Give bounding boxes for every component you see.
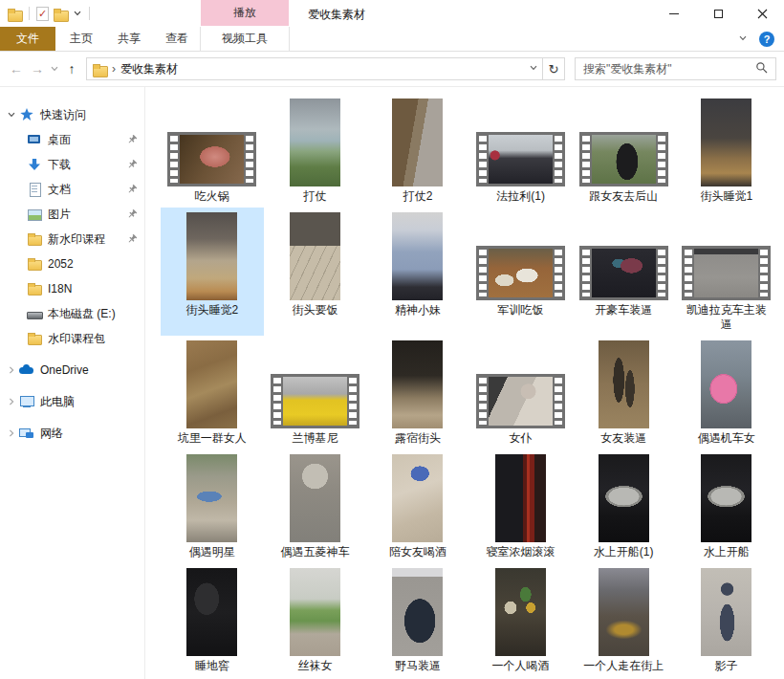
file-item[interactable]: 偶遇机车女 [675, 336, 778, 449]
address-dropdown-chevron-icon[interactable] [529, 62, 538, 76]
file-item[interactable]: 兰博基尼 [264, 336, 367, 449]
file-item[interactable]: 坑里一群女人 [161, 336, 264, 449]
navigation-toolbar: 爱收集素材 搜索"爱收集素材" [0, 52, 784, 87]
file-item[interactable]: 影子 [675, 563, 778, 677]
refresh-button[interactable] [542, 57, 565, 80]
recent-locations-chevron-icon[interactable] [48, 58, 61, 79]
maximize-button[interactable] [696, 0, 740, 27]
video-thumbnail [167, 98, 256, 186]
file-item[interactable]: 野马装逼 [366, 563, 469, 677]
file-item[interactable]: 水上开船 [675, 449, 778, 563]
file-item[interactable]: 吃火锅 [161, 94, 264, 208]
file-item[interactable]: 女友装逼 [572, 336, 675, 449]
documents-icon [27, 182, 42, 197]
file-item[interactable]: 女仆 [469, 336, 573, 449]
properties-check-icon[interactable] [36, 7, 49, 21]
file-item[interactable]: 军训吃饭 [469, 208, 573, 336]
sidebar-item-label: 新水印课程 [48, 231, 105, 248]
sidebar-item-this-pc[interactable]: 此电脑 [0, 389, 144, 414]
pin-icon[interactable] [127, 135, 138, 145]
sidebar-item-2052[interactable]: 2052 [0, 252, 144, 276]
thumbnail-image [186, 454, 237, 542]
sidebar-item-i18n[interactable]: I18N [0, 276, 144, 301]
file-item[interactable]: 打仗 [264, 94, 367, 208]
back-button[interactable] [6, 58, 27, 79]
filmstrip-holes [760, 250, 768, 296]
file-item[interactable]: 睡地窖 [161, 563, 264, 677]
chevron-right-icon[interactable] [4, 428, 19, 438]
pin-icon[interactable] [127, 234, 138, 245]
thumbnail-image [599, 340, 649, 428]
file-item[interactable]: 凯迪拉克车主装逼 [675, 208, 778, 336]
tab-video-tools[interactable]: 视频工具 [200, 27, 290, 52]
filmstrip-holes [582, 250, 590, 296]
file-item[interactable]: 街头睡觉1 [675, 94, 778, 208]
sidebar-item-downloads[interactable]: 下载 [0, 152, 144, 177]
ribbon-collapse-chevron-icon[interactable] [738, 33, 748, 46]
thumbnail-image [701, 568, 751, 656]
tab-home[interactable]: 主页 [59, 27, 103, 51]
chevron-right-icon[interactable] [4, 397, 19, 406]
filmstrip-holes [582, 136, 590, 183]
chevron-right-icon[interactable] [4, 365, 19, 375]
thumbnail-image [599, 568, 649, 656]
tab-view[interactable]: 查看 [155, 27, 199, 51]
file-item[interactable]: 寝室浓烟滚滚 [469, 449, 573, 563]
file-item[interactable]: 法拉利(1) [469, 94, 573, 208]
video-thumbnail [495, 567, 546, 656]
address-bar[interactable]: 爱收集素材 [86, 57, 543, 80]
thumbnail-image [283, 377, 347, 426]
pin-icon[interactable] [127, 160, 138, 170]
close-button[interactable] [740, 0, 784, 27]
file-name: 街头睡觉1 [700, 189, 752, 204]
minimize-button[interactable] [652, 0, 696, 27]
drive-icon [27, 306, 42, 321]
video-thumbnail [290, 567, 340, 656]
file-item[interactable]: 水上开船(1) [572, 449, 675, 563]
tab-file[interactable]: 文件 [0, 27, 55, 51]
sidebar-item-network[interactable]: 网络 [0, 421, 144, 446]
breadcrumb[interactable]: 爱收集素材 [120, 61, 178, 77]
file-item[interactable]: 跟女友去后山 [572, 94, 675, 208]
contextual-group-play[interactable]: 播放 [201, 0, 289, 26]
sidebar-item-watermark-pack[interactable]: 水印课程包 [0, 326, 144, 351]
help-icon[interactable] [759, 32, 774, 47]
file-item[interactable]: 偶遇五菱神车 [264, 449, 367, 563]
qat-chevron-down-icon[interactable] [73, 9, 82, 18]
video-thumbnail [599, 453, 649, 542]
search-input[interactable]: 搜索"爱收集素材" [575, 57, 776, 80]
sidebar-item-documents[interactable]: 文档 [0, 177, 144, 202]
sidebar-item-desktop[interactable]: 桌面 [0, 127, 144, 152]
file-item[interactable]: 打仗2 [366, 94, 469, 208]
file-name: 坑里一群女人 [178, 431, 247, 446]
filmstrip-frame-icon [167, 132, 256, 186]
sidebar-item-label: 图片 [48, 207, 71, 223]
chevron-down-icon[interactable] [4, 110, 19, 120]
up-button[interactable] [61, 58, 82, 79]
video-thumbnail [599, 567, 649, 656]
file-item[interactable]: 露宿街头 [366, 336, 469, 449]
sidebar-item-onedrive[interactable]: OneDrive [0, 358, 144, 383]
filmstrip-holes [555, 378, 562, 425]
file-item[interactable]: 丝袜女 [264, 563, 367, 677]
file-item[interactable]: 一个人喝酒 [469, 563, 573, 677]
file-item[interactable]: 街头睡觉2 [161, 208, 264, 336]
sidebar-item-quick-access[interactable]: 快速访问 [0, 102, 144, 127]
file-item[interactable]: 开豪车装逼 [572, 208, 675, 336]
pin-icon[interactable] [127, 185, 138, 195]
tab-share[interactable]: 共享 [107, 27, 151, 51]
quick-access-icon [19, 107, 34, 122]
file-item[interactable]: 街头要饭 [264, 208, 367, 336]
filmstrip-holes [349, 378, 357, 425]
file-item[interactable]: 精神小妹 [366, 208, 469, 336]
file-item[interactable]: 一个人走在街上 [572, 563, 675, 677]
sidebar-item-local-disk-e[interactable]: 本地磁盘 (E:) [0, 301, 144, 326]
file-item[interactable]: 陪女友喝酒 [366, 449, 469, 563]
new-folder-icon[interactable] [54, 8, 68, 20]
forward-button[interactable] [27, 58, 48, 79]
pin-icon[interactable] [127, 209, 138, 220]
sidebar-item-new-watermark-course[interactable]: 新水印课程 [0, 227, 144, 252]
filmstrip-frame-icon [271, 374, 359, 428]
sidebar-item-pictures[interactable]: 图片 [0, 202, 144, 227]
file-item[interactable]: 偶遇明星 [161, 449, 264, 563]
